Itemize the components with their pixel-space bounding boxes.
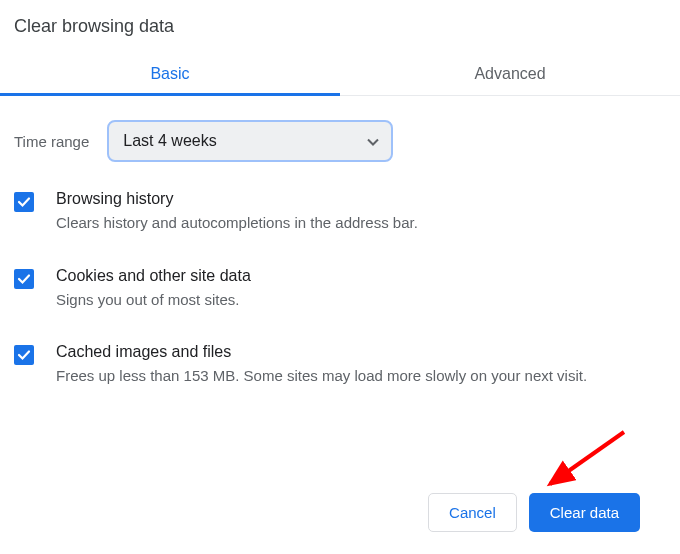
- option-browsing-history: Browsing history Clears history and auto…: [14, 190, 670, 235]
- check-icon: [17, 348, 31, 362]
- dialog-title: Clear browsing data: [0, 0, 680, 55]
- tab-advanced[interactable]: Advanced: [340, 55, 680, 95]
- svg-line-0: [550, 432, 624, 484]
- check-icon: [17, 272, 31, 286]
- checkbox-cached[interactable]: [14, 345, 34, 365]
- option-title: Browsing history: [56, 190, 670, 208]
- check-icon: [17, 195, 31, 209]
- tab-basic[interactable]: Basic: [0, 55, 340, 95]
- option-text: Cookies and other site data Signs you ou…: [56, 267, 670, 312]
- time-range-select-wrap: Last 4 weeks: [107, 120, 393, 162]
- footer-buttons: Cancel Clear data: [428, 493, 640, 532]
- checkbox-browsing-history[interactable]: [14, 192, 34, 212]
- option-title: Cookies and other site data: [56, 267, 670, 285]
- checkbox-cookies[interactable]: [14, 269, 34, 289]
- tabs-container: Basic Advanced: [0, 55, 680, 96]
- annotation-arrow-icon: [532, 426, 632, 496]
- time-range-row: Time range Last 4 weeks: [0, 96, 680, 190]
- clear-data-button[interactable]: Clear data: [529, 493, 640, 532]
- option-text: Browsing history Clears history and auto…: [56, 190, 670, 235]
- option-description: Signs you out of most sites.: [56, 289, 670, 312]
- cancel-button[interactable]: Cancel: [428, 493, 517, 532]
- time-range-label: Time range: [14, 133, 89, 150]
- option-description: Clears history and autocompletions in th…: [56, 212, 670, 235]
- options-list: Browsing history Clears history and auto…: [0, 190, 680, 388]
- option-cached: Cached images and files Frees up less th…: [14, 343, 670, 388]
- option-cookies: Cookies and other site data Signs you ou…: [14, 267, 670, 312]
- option-title: Cached images and files: [56, 343, 670, 361]
- time-range-value: Last 4 weeks: [123, 132, 216, 150]
- time-range-select[interactable]: Last 4 weeks: [107, 120, 393, 162]
- option-text: Cached images and files Frees up less th…: [56, 343, 670, 388]
- option-description: Frees up less than 153 MB. Some sites ma…: [56, 365, 670, 388]
